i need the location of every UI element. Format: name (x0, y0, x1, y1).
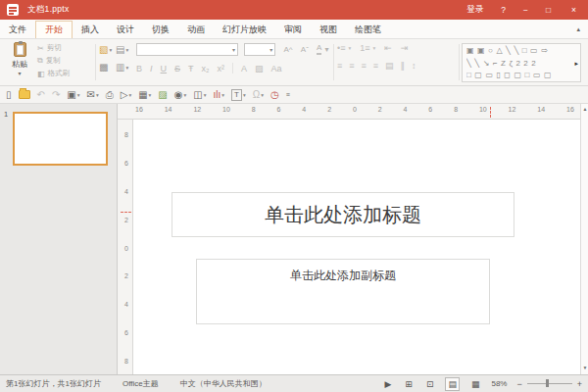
paste-dropdown-icon[interactable]: ▾ (5, 70, 34, 76)
tab-view[interactable]: 视图 (311, 21, 346, 38)
undo-button[interactable]: ↶ (37, 89, 45, 100)
normal-view-button[interactable]: ▤ (445, 377, 460, 391)
insert-table-button[interactable]: ▦▾ (138, 89, 151, 100)
shrink-font-button[interactable]: Aˇ (301, 43, 309, 56)
clock-icon: ◷ (270, 89, 279, 100)
slide-layout-button[interactable]: ▤▾ (116, 44, 132, 55)
insert-picture-button[interactable]: ▨ (158, 89, 167, 100)
line-spacing-button[interactable]: ↕ (412, 61, 416, 71)
minimize-button[interactable]: − (514, 0, 537, 20)
font-name-select[interactable]: ▾ (136, 43, 238, 56)
tab-ink[interactable]: 绘图笔 (346, 21, 390, 38)
tab-insert[interactable]: 插入 (73, 21, 108, 38)
slide-thumbnail[interactable] (13, 112, 108, 166)
screenshot-button[interactable]: ◉▾ (174, 89, 187, 100)
zoom-out-button[interactable]: − (516, 379, 521, 389)
shapes-row-3[interactable]: □▢▭▯◻▢□▭▢ (466, 70, 570, 82)
align-center-button[interactable]: ≡ (349, 61, 354, 71)
strikethrough-button[interactable]: S (174, 64, 180, 74)
align-left-button[interactable]: ≡ (337, 61, 342, 71)
maximize-button[interactable]: □ (537, 0, 560, 20)
copy-button[interactable]: ⧉ 复制 (37, 56, 70, 66)
redo-button[interactable]: ↷ (52, 89, 60, 100)
numbering-button[interactable]: 1≡ (360, 43, 369, 53)
shapes-row-2[interactable]: ╲╲↘⌐Zζ222 (466, 58, 570, 71)
shapes-more-icon[interactable]: ▸ (574, 60, 578, 68)
change-case-button[interactable]: Aa (271, 64, 282, 74)
tab-design[interactable]: 设计 (108, 21, 143, 38)
cut-button[interactable]: ✂ 剪切 (37, 43, 70, 53)
text-effect-button[interactable]: Ŧ (188, 64, 194, 74)
slide-sorter-view-button[interactable]: ⊞ (403, 378, 415, 390)
justify-button[interactable]: ≡ (373, 61, 378, 71)
underline-button[interactable]: U (161, 64, 168, 74)
tab-home[interactable]: 开始 (35, 21, 73, 38)
collapse-ribbon-icon[interactable]: ▴ (568, 20, 588, 38)
reading-view-button[interactable]: ⊡ (424, 378, 436, 390)
columns-button[interactable]: ∥ (401, 61, 406, 71)
tab-slideshow[interactable]: 幻灯片放映 (214, 21, 275, 38)
slide-editing-canvas[interactable]: 单击此处添加标题 单击此处添加副标题 (133, 120, 580, 374)
grow-font-button[interactable]: A^ (283, 43, 292, 56)
title-placeholder[interactable]: 单击此处添加标题 (172, 192, 514, 237)
tab-review[interactable]: 审阅 (275, 21, 311, 38)
tab-file[interactable]: 文件 (0, 21, 35, 38)
font-color-dropdown-icon[interactable]: ▾ (325, 43, 329, 56)
decrease-indent-button[interactable]: ⇤ (384, 43, 392, 53)
print-button[interactable]: ⎙ (106, 89, 114, 101)
slide-section-button[interactable]: ▥▾ (116, 62, 132, 73)
open-file-button[interactable] (19, 90, 30, 99)
new-slide-button[interactable]: ▧▾ (99, 44, 116, 55)
customize-toolbar-button[interactable]: ≡ (286, 91, 290, 98)
mail-button[interactable]: ✉▾ (87, 89, 99, 100)
increase-indent-button[interactable]: ⇥ (401, 43, 409, 53)
chevron-down-icon[interactable]: ▾ (268, 46, 274, 53)
theme-status[interactable]: Office主题 (122, 378, 159, 389)
ribbon-separator (459, 44, 460, 80)
tab-transitions[interactable]: 切换 (143, 21, 178, 38)
font-color-button[interactable]: A (317, 43, 321, 55)
shapes-row-1[interactable]: ▣▣○△╲╲□▭⇨ (466, 45, 570, 58)
superscript-button[interactable]: x² (218, 64, 225, 74)
new-file-button[interactable]: ▯ (6, 89, 12, 100)
align-right-button[interactable]: ≡ (362, 61, 367, 71)
reset-slide-button[interactable]: ▩ (99, 62, 116, 73)
insert-symbol-button[interactable]: Ω▾ (253, 89, 264, 100)
shading-button[interactable]: ▨ (255, 64, 264, 74)
bullets-button[interactable]: •≡ (337, 43, 345, 53)
chevron-down-icon[interactable]: ▾ (230, 46, 237, 53)
save-button[interactable]: ▣▾ (67, 89, 79, 100)
distribute-button[interactable]: ▤ (385, 61, 394, 71)
zoom-slider-thumb[interactable] (546, 379, 549, 387)
insert-chart-button[interactable]: ılı▾ (214, 89, 225, 100)
insert-datetime-button[interactable]: ◷ (270, 89, 279, 100)
zoom-in-button[interactable]: + (577, 379, 582, 389)
close-button[interactable]: × (560, 0, 588, 20)
scroll-up-icon[interactable]: ▲ (581, 106, 588, 112)
slide-layout-icon: ▤ (116, 44, 124, 55)
subscript-button[interactable]: x₂ (202, 64, 210, 74)
shapes-gallery[interactable]: ▣▣○△╲╲□▭⇨ ╲╲↘⌐Zζ222 □▢▭▯◻▢□▭▢ ▸ (462, 43, 581, 82)
select-tool-button[interactable]: ▷▾ (121, 89, 131, 100)
format-painter-button[interactable]: ◧ 格式刷 (37, 69, 70, 78)
highlight-button[interactable]: A (241, 64, 247, 74)
master-view-button[interactable]: ▦ (469, 378, 482, 390)
scroll-down-icon[interactable]: ▼ (581, 365, 588, 370)
zoom-slider[interactable] (527, 383, 572, 384)
workspace: 1 1614121086420246810121416 864202468 单击… (0, 104, 588, 374)
vertical-scrollbar[interactable]: ▲ ▼ (580, 104, 588, 374)
insert-textbox-button[interactable]: T▾ (231, 89, 246, 101)
slide-thumbnail-panel[interactable]: 1 (0, 104, 118, 374)
reset-slide-icon: ▩ (99, 62, 108, 73)
smartart-button[interactable]: ◫▾ (193, 89, 206, 100)
bold-button[interactable]: B (136, 64, 142, 74)
font-size-select[interactable]: ▾ (244, 43, 275, 56)
language-status[interactable]: 中文（中华人民共和国） (180, 378, 267, 389)
slideshow-view-button[interactable]: ▶ (382, 378, 393, 390)
help-button[interactable]: ? (492, 0, 514, 20)
tab-animations[interactable]: 动画 (178, 21, 214, 38)
subtitle-placeholder[interactable]: 单击此处添加副标题 (196, 259, 490, 324)
italic-button[interactable]: I (150, 64, 153, 74)
login-button[interactable]: 登录 (458, 0, 492, 20)
paste-button[interactable]: 粘贴 ▾ (5, 42, 34, 76)
